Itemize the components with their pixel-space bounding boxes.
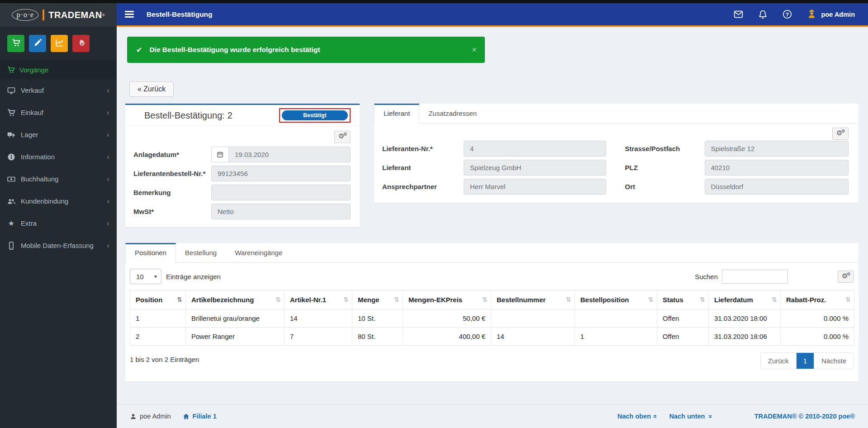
- sidebar-item-verkauf[interactable]: Verkauf: [0, 79, 117, 101]
- lieferantenbestell-nr-input: [211, 166, 351, 181]
- window-top-strip: [0, 0, 868, 3]
- scroll-to-top-link[interactable]: Nach oben: [617, 413, 657, 420]
- logo-registered: ®: [102, 13, 105, 17]
- notifications-button[interactable]: [758, 10, 768, 19]
- search-input[interactable]: [722, 270, 788, 284]
- main-content: Die Bestell-Bestätigung wurde erfolgreic…: [117, 28, 868, 404]
- cell-rabatt-proz: 0.000 %: [781, 328, 854, 346]
- pagination-next-button[interactable]: Nächste: [814, 353, 854, 369]
- sidebar-item-lager[interactable]: Lager: [0, 124, 117, 146]
- sidebar-item-label: Mobile Daten-Erfassung: [21, 242, 94, 249]
- sidebar-item-mobile-daten-erfassung[interactable]: Mobile Daten-Erfassung: [0, 234, 117, 257]
- supplier-tabs: Lieferant Zusatzadressen: [374, 104, 859, 124]
- column-header-bestellposition[interactable]: Bestellposition: [575, 290, 657, 309]
- table-settings-button[interactable]: [838, 271, 854, 283]
- anlagedatum-input: [229, 147, 351, 162]
- footer-copyright: TRADEMAN® © 2010-2020 poe®: [754, 413, 855, 420]
- column-header-rabatt-proz[interactable]: Rabatt-Proz.: [781, 290, 854, 309]
- user-name: poe Admin: [821, 11, 855, 18]
- pagination-page-1[interactable]: 1: [797, 353, 814, 369]
- cogs-icon: [335, 131, 350, 143]
- header-actions: ? poe Admin: [734, 10, 855, 19]
- cell-artikel-nr: 14: [285, 309, 352, 328]
- quick-chart-button[interactable]: [51, 35, 68, 52]
- table-row: 1 Brillenetui grau/orange 14 10 St. 50,0…: [130, 309, 854, 328]
- back-button[interactable]: « Zurück: [129, 81, 174, 97]
- angles-up-icon: [654, 413, 657, 420]
- column-header-artikel-nr[interactable]: Artikel-Nr.1: [285, 290, 352, 309]
- column-header-bestellnummer[interactable]: Bestellnummer: [491, 290, 575, 309]
- success-alert: Die Bestell-Bestätigung wurde erfolgreic…: [127, 37, 485, 63]
- quick-settings-button[interactable]: [72, 35, 90, 52]
- positions-tabs: Positionen Bestellung Wareneingänge: [125, 243, 859, 263]
- cart-icon: [7, 66, 15, 74]
- sidebar-item-einkauf[interactable]: Einkauf: [0, 101, 117, 124]
- sort-icon: [343, 296, 349, 303]
- tab-bestellung[interactable]: Bestellung: [176, 243, 226, 262]
- sort-icon: [394, 296, 399, 303]
- gears-icon: [76, 38, 86, 48]
- sidebar-item-extra[interactable]: ★ Extra: [0, 212, 117, 234]
- column-header-position[interactable]: Position: [130, 290, 186, 309]
- help-button[interactable]: ?: [783, 10, 792, 19]
- alert-close-button[interactable]: ×: [472, 45, 477, 55]
- panel-settings-button[interactable]: [334, 131, 351, 143]
- cell-position: 1: [130, 309, 186, 328]
- field-label: PLZ: [625, 164, 705, 171]
- tab-positionen[interactable]: Positionen: [125, 243, 176, 263]
- cell-menge: 10 St.: [352, 309, 403, 328]
- column-header-status[interactable]: Status: [657, 290, 709, 309]
- search-label: Suchen: [695, 273, 718, 281]
- cell-mengen-ekpreis: 50,00 €: [403, 309, 491, 328]
- cell-artikel-nr: 7: [285, 328, 352, 346]
- cell-bestellnummer: 14: [491, 328, 575, 346]
- sidebar-item-kundenbindung[interactable]: Kundenbindung: [0, 190, 117, 212]
- bell-icon: [758, 10, 768, 19]
- sort-icon: [700, 296, 705, 303]
- pagination-prev-button[interactable]: Zurück: [761, 353, 797, 369]
- chevron-left-icon: [107, 86, 109, 95]
- column-header-artikelbezeichnung[interactable]: Artikelbezeichnung: [186, 290, 285, 309]
- mobile-icon: [7, 242, 15, 250]
- positions-panel: Positionen Bestellung Wareneingänge 10 E…: [125, 243, 859, 381]
- column-header-lieferdatum[interactable]: Lieferdatum: [709, 290, 781, 309]
- cart-icon: [7, 109, 15, 117]
- panel-settings-button[interactable]: [832, 128, 849, 140]
- logo-divider: [43, 10, 44, 20]
- quick-cart-button[interactable]: [7, 35, 24, 52]
- sidebar: p·o·e TRADEMAN ® Vorgänge Verkauf Einkau…: [0, 3, 117, 428]
- column-header-mengen-ekpreis[interactable]: Mengen-EKPreis: [403, 290, 491, 309]
- field-label: Ort: [625, 183, 705, 190]
- lieferanten-nr-input: [464, 141, 606, 157]
- column-header-menge[interactable]: Menge: [352, 290, 403, 309]
- hamburger-menu-button[interactable]: [125, 10, 134, 19]
- cell-lieferdatum: 31.03.2020 18:06: [709, 328, 781, 346]
- sidebar-item-information[interactable]: Information: [0, 146, 117, 168]
- quick-buttons: [0, 27, 117, 60]
- avatar-icon: [807, 10, 816, 19]
- footer-branch-link[interactable]: Filiale 1: [183, 413, 217, 420]
- page-title: Bestell-Bestätigung: [147, 10, 213, 19]
- tab-wareneingaenge[interactable]: Wareneingänge: [226, 243, 291, 262]
- sidebar-item-vorgaenge[interactable]: Vorgänge: [0, 60, 117, 79]
- quick-edit-button[interactable]: [29, 35, 46, 52]
- tab-zusatzadressen[interactable]: Zusatzadressen: [419, 104, 486, 123]
- app-logo[interactable]: p·o·e TRADEMAN ®: [0, 3, 117, 27]
- cell-lieferdatum: 31.03.2020 18:00: [709, 309, 781, 328]
- tab-lieferant[interactable]: Lieferant: [374, 104, 419, 124]
- logo-poe-mark: p·o·e: [12, 9, 38, 21]
- sidebar-item-label: Einkauf: [21, 109, 43, 116]
- logo-brand: TRADEMAN: [48, 10, 102, 20]
- lieferant-input: [464, 160, 606, 176]
- truck-icon: [7, 131, 15, 139]
- mail-button[interactable]: [734, 10, 744, 19]
- cell-bestellposition: [575, 309, 657, 328]
- sidebar-item-label: Lager: [21, 131, 38, 138]
- cogs-icon: [838, 271, 854, 282]
- page-length-label: Einträge anzeigen: [166, 273, 221, 281]
- page-length-select[interactable]: 10: [130, 269, 161, 284]
- user-menu[interactable]: poe Admin: [807, 10, 855, 19]
- svg-text:?: ?: [786, 12, 789, 17]
- sidebar-item-buchhaltung[interactable]: Buchhaltung: [0, 168, 117, 190]
- scroll-to-bottom-link[interactable]: Nach unten: [669, 413, 711, 420]
